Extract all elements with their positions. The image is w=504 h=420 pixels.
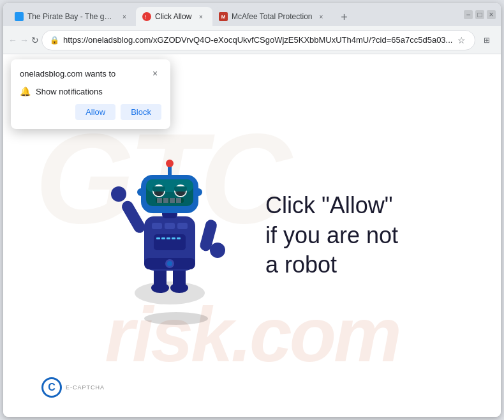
page-text-line3: a robot: [265, 250, 398, 280]
page-content: risk.com GTC: [3, 54, 501, 417]
svg-point-34: [177, 191, 184, 196]
browser-window: The Pirate Bay - The galaxy's m × ! Clic…: [3, 3, 501, 417]
nav-bar: ← → ↻ 🔒 https://oneladsblog.com/xGZODVrv…: [3, 26, 501, 54]
notification-text: Show notifications: [36, 87, 103, 96]
svg-point-44: [195, 188, 202, 196]
svg-rect-38: [163, 198, 168, 203]
mcafee-tab-close[interactable]: ×: [316, 11, 327, 22]
forward-button[interactable]: →: [20, 31, 29, 49]
address-bar[interactable]: 🔒 https://oneladsblog.com/xGZODVrvQ4O-eX…: [41, 30, 475, 50]
svg-point-43: [137, 188, 145, 196]
svg-point-23: [210, 243, 225, 258]
tab-bar: The Pirate Bay - The galaxy's m × ! Clic…: [8, 3, 459, 26]
new-tab-button[interactable]: +: [336, 8, 353, 26]
svg-rect-40: [176, 198, 181, 203]
notification-popup: oneladsblog.com wants to × 🔔 Show notifi…: [11, 59, 170, 129]
mcafee-tab-title: McAfee Total Protection: [232, 12, 313, 21]
svg-point-6: [170, 283, 188, 293]
svg-rect-17: [167, 237, 170, 239]
robot-area: Click "Allow" if you are not a robot: [106, 140, 398, 331]
pirate-favicon: [15, 12, 24, 21]
tab-mcafee[interactable]: M McAfee Total Protection ×: [212, 7, 333, 26]
allow-button[interactable]: Allow: [75, 104, 115, 120]
svg-rect-35: [174, 186, 187, 191]
svg-rect-11: [152, 223, 162, 229]
bell-icon: 🔔: [20, 86, 31, 96]
svg-rect-12: [165, 223, 175, 229]
maximize-button[interactable]: □: [475, 10, 484, 19]
svg-text:!: !: [145, 15, 146, 19]
clickallow-tab-title: Click Allow: [155, 12, 192, 21]
clickallow-tab-close[interactable]: ×: [196, 11, 206, 22]
back-button[interactable]: ←: [8, 31, 17, 49]
popup-close-button[interactable]: ×: [149, 67, 161, 80]
window-controls: − □ ×: [464, 10, 496, 19]
captcha-logo: C E-CAPTCHA: [41, 377, 105, 398]
title-bar: The Pirate Bay - The galaxy's m × ! Clic…: [3, 3, 501, 26]
refresh-button[interactable]: ↻: [31, 31, 39, 49]
robot-container: [106, 140, 246, 331]
page-text-line1: Click "Allow": [265, 191, 398, 221]
svg-rect-15: [156, 237, 160, 239]
captcha-icon: C: [41, 377, 62, 398]
svg-rect-39: [170, 198, 175, 203]
close-button[interactable]: ×: [487, 10, 496, 19]
popup-buttons: Allow Block: [20, 104, 161, 120]
pirate-tab-close[interactable]: ×: [119, 11, 130, 22]
svg-rect-16: [161, 237, 165, 239]
svg-point-2: [135, 281, 205, 304]
profile-button[interactable]: 👤: [497, 31, 501, 49]
svg-point-10: [167, 261, 172, 266]
tab-click-allow[interactable]: ! Click Allow ×: [136, 7, 212, 26]
pirate-tab-title: The Pirate Bay - The galaxy's m: [27, 12, 115, 21]
tab-pirate-bay[interactable]: The Pirate Bay - The galaxy's m ×: [8, 7, 136, 26]
svg-rect-19: [177, 237, 181, 239]
svg-rect-31: [152, 186, 165, 191]
nav-extra-buttons: ⊞ 👤 ⋮: [478, 31, 501, 49]
svg-point-42: [166, 160, 174, 167]
svg-rect-37: [157, 198, 162, 203]
svg-point-21: [111, 186, 126, 202]
robot-shadow: [144, 312, 208, 325]
address-text: https://oneladsblog.com/xGZODVrvQ4O-eXoc…: [63, 35, 452, 45]
svg-point-30: [155, 191, 163, 196]
bookmark-icon[interactable]: ☆: [456, 34, 467, 47]
extensions-button[interactable]: ⊞: [478, 31, 496, 49]
minimize-button[interactable]: −: [464, 10, 473, 19]
page-text-line2: if you are not: [265, 221, 398, 251]
svg-rect-18: [172, 237, 175, 239]
captcha-label: E-CAPTCHA: [66, 384, 105, 391]
robot-svg: [106, 140, 233, 319]
popup-notification-row: 🔔 Show notifications: [20, 86, 161, 96]
block-button[interactable]: Block: [121, 104, 161, 120]
lock-icon: 🔒: [50, 36, 59, 45]
mcafee-favicon: M: [219, 12, 228, 21]
popup-header: oneladsblog.com wants to ×: [20, 67, 161, 80]
clickallow-favicon: !: [142, 12, 151, 21]
svg-rect-14: [154, 234, 186, 250]
page-main-text: Click "Allow" if you are not a robot: [265, 191, 398, 280]
svg-rect-13: [177, 223, 188, 229]
svg-point-5: [151, 283, 169, 293]
popup-title: oneladsblog.com wants to: [20, 69, 115, 79]
